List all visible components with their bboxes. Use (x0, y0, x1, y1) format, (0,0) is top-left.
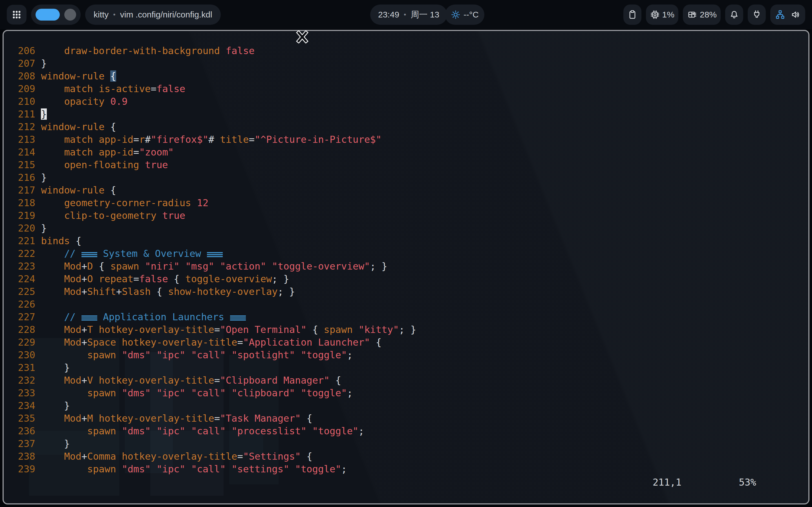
code-token: + (82, 337, 87, 348)
tray-group (770, 4, 805, 25)
code-line: 232 Mod+V hotkey-overlay-title="Clipboar… (12, 374, 808, 387)
code-token: { (110, 184, 116, 196)
code-token: false (156, 83, 185, 94)
code-token: title (214, 134, 249, 145)
line-number: 231 (12, 361, 35, 374)
code-token: + (82, 261, 87, 272)
workspace-switcher[interactable] (31, 4, 81, 25)
code-token (41, 451, 64, 462)
focused-window-title[interactable]: kitty • vim .config/niri/config.kdl (85, 4, 221, 25)
code-token: "zoom" (139, 147, 174, 158)
code-token: V hotkey-overlay-title (87, 375, 214, 386)
clock-time: 23:49 (378, 10, 399, 19)
comment-divider-icon (82, 316, 97, 321)
code-token: spawn (87, 349, 122, 360)
code-token: { (370, 337, 382, 348)
kitty-terminal-window[interactable]: 206 draw-border-with-background false207… (3, 30, 809, 504)
code-token: Mod (64, 273, 81, 284)
workspace-inactive-indicator[interactable] (64, 9, 76, 20)
code-token (41, 413, 64, 424)
clock-separator-dot: • (404, 11, 406, 18)
code-line: 234 } (12, 399, 808, 412)
plug-icon (751, 9, 762, 20)
code-line: 239 spawn "dms" "ipc" "call" "settings" … (12, 463, 808, 475)
code-token: + (82, 413, 87, 424)
line-number: 215 (12, 159, 35, 171)
comment-divider-icon (82, 252, 97, 257)
code-token: show-hotkey-overlay (168, 286, 278, 297)
code-token: { (168, 273, 185, 284)
code-line: 207 } (12, 57, 808, 70)
code-token: = (133, 273, 139, 284)
code-line: 231 } (12, 361, 808, 374)
line-number: 225 (12, 285, 35, 298)
line-number: 207 (12, 57, 35, 70)
code-token: 12 (197, 197, 208, 209)
code-token: false (226, 45, 255, 56)
code-token: Mod (64, 413, 81, 424)
app-launcher-button[interactable] (7, 5, 27, 24)
code-token (41, 349, 87, 360)
code-token: { (75, 235, 81, 246)
comment-divider-icon (230, 316, 246, 321)
vim-editor[interactable]: 206 draw-border-with-background false207… (4, 31, 808, 503)
code-line: 213 match app-id=r#"firefox$"# title="^P… (12, 133, 808, 146)
code-token: = (238, 451, 243, 462)
code-token: { (306, 324, 324, 335)
code-token (41, 147, 64, 158)
code-token: Application Launchers (97, 311, 230, 323)
line-number: 226 (12, 298, 35, 311)
code-line: 219 clip-to-geometry true (12, 209, 808, 222)
code-token: = (133, 134, 139, 145)
power-button[interactable] (748, 4, 766, 25)
line-number: 239 (12, 463, 35, 475)
code-token: false (139, 273, 168, 284)
code-token: Mod (64, 286, 81, 297)
code-line: 212 window-rule { (12, 121, 808, 133)
code-line: 222 // System & Overview (12, 247, 808, 260)
clipboard-button[interactable] (623, 4, 642, 25)
code-token: ; (347, 349, 352, 360)
cpu-icon (650, 10, 660, 20)
code-token: "Open Terminal" (220, 324, 306, 335)
code-token: spawn (87, 387, 122, 399)
code-token: "dms" "ipc" "call" "settings" "toggle" (122, 463, 341, 474)
code-token: "Task Manager" (220, 413, 301, 424)
code-line: 217 window-rule { (12, 184, 808, 196)
matched-brace-highlight: { (110, 70, 116, 82)
code-token: "kitty" (358, 324, 399, 335)
code-token: spawn (87, 425, 122, 437)
code-token: } (41, 400, 70, 411)
speaker-icon[interactable] (790, 9, 801, 20)
code-token: ; (347, 387, 352, 399)
code-token: "firefox$" (151, 134, 208, 145)
cpu-usage-widget[interactable]: 1% (646, 4, 678, 25)
code-token: "Clipboard Manager" (220, 375, 329, 386)
code-token (41, 134, 64, 145)
line-number: 238 (12, 450, 35, 463)
code-token: { (301, 413, 312, 424)
cpu-usage-value: 1% (662, 10, 674, 19)
code-token: match app-id (64, 147, 133, 158)
memory-usage-widget[interactable]: 28% (683, 4, 721, 25)
line-number: 220 (12, 222, 35, 235)
code-token: = (249, 134, 254, 145)
code-line: 224 Mod+O repeat=false { toggle-overview… (12, 273, 808, 285)
code-line: 208 window-rule { (12, 70, 808, 82)
line-number: 236 (12, 425, 35, 438)
memory-usage-value: 28% (700, 10, 717, 19)
clock-widget[interactable]: 23:49 • 周一 13 (370, 4, 447, 25)
vim-ruler-scroll-percent: 53% (739, 476, 756, 489)
notifications-button[interactable] (725, 4, 743, 25)
line-number: 232 (12, 374, 35, 387)
line-number: 217 (12, 184, 35, 196)
network-icon[interactable] (775, 9, 785, 20)
top-bar: kitty • vim .config/niri/config.kdl 23:4… (0, 0, 812, 29)
code-token (41, 197, 64, 209)
code-token: Shift (87, 286, 116, 297)
workspace-active-indicator[interactable] (36, 9, 60, 20)
code-token: window-rule (41, 184, 110, 196)
code-line: 236 spawn "dms" "ipc" "call" "processlis… (12, 425, 808, 438)
weather-widget[interactable]: --°C (445, 4, 485, 25)
line-number: 206 (12, 45, 35, 57)
